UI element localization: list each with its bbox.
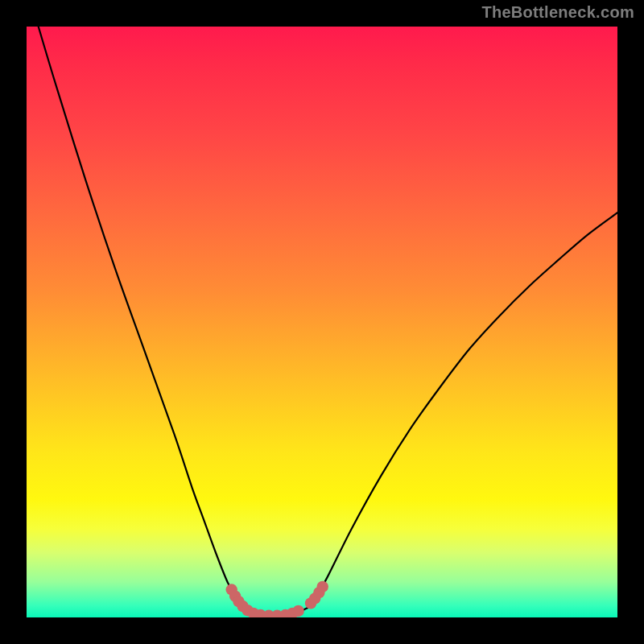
line-right-curve <box>308 213 617 608</box>
chart-container: TheBottleneck.com <box>0 0 644 644</box>
line-left-curve <box>39 27 246 610</box>
curve-lines <box>39 27 617 616</box>
chart-svg <box>27 27 617 617</box>
plot-area <box>27 27 617 617</box>
valley-marker-dot <box>292 605 303 617</box>
watermark-text: TheBottleneck.com <box>481 3 634 22</box>
valley-markers <box>225 581 328 617</box>
valley-marker-dot <box>317 581 328 592</box>
